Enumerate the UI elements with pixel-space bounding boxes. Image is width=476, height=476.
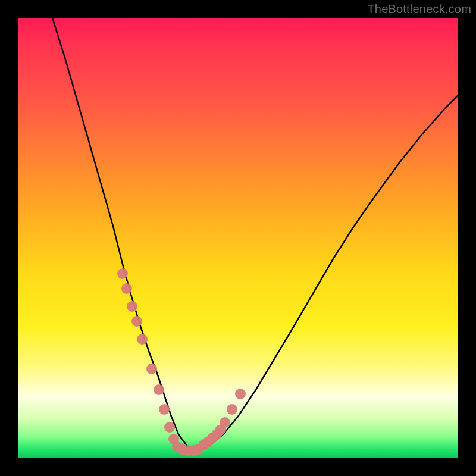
watermark-text: TheBottleneck.com (367, 2, 471, 16)
chart-frame: TheBottleneck.com (0, 0, 476, 476)
gradient-background (18, 18, 458, 458)
plot-area (18, 18, 458, 458)
